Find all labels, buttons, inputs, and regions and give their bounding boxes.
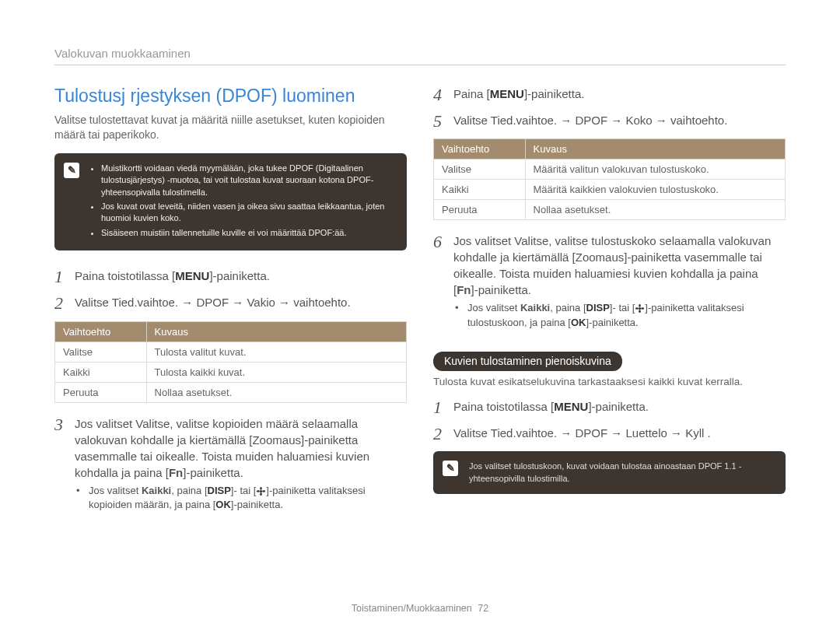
fn-label: Fn — [457, 283, 471, 296]
table-row: ValitseMääritä valitun valokuvan tulostu… — [434, 159, 786, 180]
footer-section: Toistaminen/Muokkaaminen — [352, 603, 472, 614]
section-title: Tulostusj rjestyksen (DPOF) luominen — [54, 86, 407, 107]
table-row: PeruutaNollaa asetukset. — [55, 382, 407, 402]
divider — [54, 65, 786, 65]
pstep-1: 1 Paina toistotilassa [MENU]-painiketta. — [433, 398, 786, 417]
svg-point-5 — [639, 307, 641, 310]
breadcrumb: Valokuvan muokkaaminen — [54, 47, 786, 60]
menu-label: MENU — [490, 87, 524, 100]
note-text: Jos valitset tulostuskoon, kuvat voidaan… — [469, 461, 773, 485]
table-row: KaikkiMääritä kaikkien valokuvien tulost… — [434, 180, 786, 200]
svg-point-3 — [257, 490, 260, 492]
note-item: Jos kuvat ovat leveitä, niiden vasen ja … — [101, 201, 394, 225]
left-column: Tulostusj rjestyksen (DPOF) luominen Val… — [54, 86, 407, 520]
step-2: 2 Valitse Tied.vaihtoe. → DPOF → Vakio →… — [54, 294, 407, 313]
step-6: 6 Jos valitset Valitse, valitse tulostus… — [433, 233, 786, 329]
menu-label: MENU — [554, 400, 588, 413]
table-header: Vaihtoehto — [434, 139, 526, 159]
svg-point-8 — [635, 308, 639, 310]
page-footer: Toistaminen/Muokkaaminen 72 — [0, 603, 840, 614]
menu-label: MENU — [175, 269, 209, 282]
ok-label: OK — [215, 499, 231, 510]
options-table-1: Vaihtoehto Kuvaus ValitseTulosta valitut… — [54, 321, 407, 403]
svg-point-9 — [642, 308, 645, 310]
svg-point-7 — [639, 310, 642, 313]
table-header: Kuvaus — [525, 139, 785, 159]
right-column: 4 Paina [MENU]-painiketta. 5 Valitse Tie… — [433, 86, 786, 520]
disp-label: DISP — [208, 485, 231, 496]
step-1: 1 Paina toistotilassa [MENU]-painiketta. — [54, 268, 407, 286]
macro-icon — [635, 303, 645, 313]
table-row: PeruutaNollaa asetukset. — [434, 200, 786, 220]
ok-label: OK — [571, 317, 586, 328]
step-5: 5 Valitse Tied.vaihtoe. → DPOF → Koko → … — [433, 112, 786, 131]
table-header: Vaihtoehto — [55, 321, 147, 342]
disp-label: DISP — [586, 302, 610, 313]
table-row: ValitseTulosta valitut kuvat. — [55, 342, 407, 362]
note-item: Sisäiseen muistiin tallennetuille kuvill… — [101, 227, 394, 239]
intro-text: Valitse tulostettavat kuvat ja määritä n… — [54, 113, 407, 142]
subsection-desc: Tulosta kuvat esikatselukuvina tarkastaa… — [433, 376, 786, 387]
fn-label: Fn — [169, 466, 183, 479]
pstep-2: 2 Valitse Tied.vaihtoe. → DPOF → Luettel… — [433, 425, 786, 443]
page-number: 72 — [478, 603, 488, 614]
subsection-pill: Kuvien tulostaminen pienoiskuvina — [433, 352, 622, 371]
svg-point-4 — [263, 490, 266, 492]
table-header: Kuvaus — [146, 321, 406, 342]
svg-point-6 — [639, 304, 642, 307]
sub-bullet: • Jos valitset Kaikki, paina [DISP]- tai… — [75, 484, 407, 512]
macro-icon — [256, 486, 266, 496]
svg-point-0 — [260, 489, 262, 492]
table-row: KaikkiTulosta kaikki kuvat. — [55, 362, 407, 382]
svg-point-1 — [261, 487, 263, 490]
note-box-1: ✎ Muistikortti voidaan viedä myymälään, … — [54, 153, 407, 250]
options-table-2: Vaihtoehto Kuvaus ValitseMääritä valitun… — [433, 138, 786, 220]
svg-point-2 — [261, 492, 263, 496]
step-3: 3 Jos valitset Valitse, valitse kopioide… — [54, 415, 407, 512]
step-4: 4 Paina [MENU]-painiketta. — [433, 86, 786, 104]
note-box-2: ✎ Jos valitset tulostuskoon, kuvat voida… — [433, 451, 786, 494]
note-icon: ✎ — [64, 163, 79, 178]
note-item: Muistikortti voidaan viedä myymälään, jo… — [101, 163, 394, 198]
sub-bullet: • Jos valitset Kaikki, paina [DISP]- tai… — [453, 301, 786, 329]
note-icon: ✎ — [443, 461, 458, 476]
